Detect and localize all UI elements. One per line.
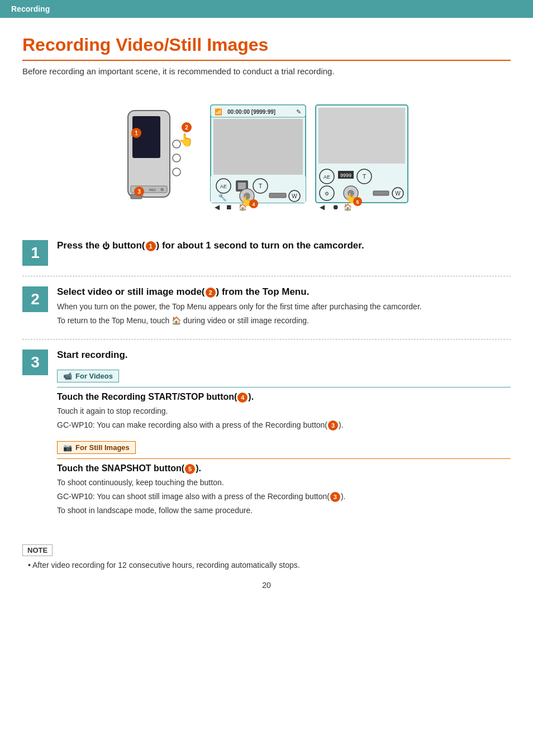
svg-text:🔧: 🔧: [218, 193, 227, 202]
svg-text:⚙: ⚙: [325, 191, 329, 197]
step-1-heading: Press the ⏻ button(1) for about 1 second…: [57, 240, 511, 251]
circle-3b: 3: [330, 492, 340, 502]
step-3-content: Start recording. 📹 For Videos Touch the …: [57, 350, 511, 519]
for-still-label: 📷 For Still Images: [57, 441, 136, 454]
svg-text:◀: ◀: [320, 203, 325, 211]
still-divider: [57, 458, 511, 459]
note-text: • After video recording for 12 consecuti…: [22, 561, 511, 570]
svg-text:◀: ◀: [215, 203, 220, 211]
diagram-camcorder: PLAY REC ⚙ 1 2 3 👆: [122, 94, 203, 211]
still-subheading: Touch the SNAPSHOT button(5).: [57, 463, 511, 474]
step-3-heading: Start recording.: [57, 350, 511, 361]
camera-icon: 📷: [63, 443, 72, 452]
main-content: Recording Video/Still Images Before reco…: [0, 18, 533, 612]
power-icon: ⏻: [102, 242, 110, 250]
svg-text:T: T: [259, 183, 263, 189]
svg-text:✎: ✎: [296, 108, 301, 115]
svg-text:1: 1: [135, 130, 138, 136]
svg-text:9999: 9999: [340, 173, 351, 178]
step-2: 2 Select video or still image mode(2) fr…: [22, 276, 511, 339]
svg-text:W: W: [395, 190, 401, 197]
svg-text:3: 3: [137, 189, 141, 195]
svg-text:🏠: 🏠: [344, 203, 352, 211]
step-2-content: Select video or still image mode(2) from…: [57, 286, 511, 329]
svg-text:⏺: ⏺: [332, 203, 339, 211]
step-2-heading: Select video or still image mode(2) from…: [57, 286, 511, 298]
svg-text:5: 5: [356, 199, 359, 205]
home-icon: 🏠: [172, 316, 181, 325]
svg-point-3: [173, 154, 180, 162]
note-label: NOTE: [22, 544, 53, 556]
svg-rect-38: [269, 193, 286, 198]
svg-text:🏠: 🏠: [239, 203, 247, 211]
svg-text:W: W: [292, 193, 297, 199]
circle-1: 1: [146, 241, 156, 251]
videos-text-1: Touch it again to stop recording.: [57, 405, 511, 417]
circle-2a: 2: [206, 288, 216, 298]
diagram-screen2: AE 9999 T ⚙ 👆 5: [313, 94, 411, 211]
step-1: 1 Press the ⏻ button(1) for about 1 seco…: [22, 230, 511, 276]
for-still-text: For Still Images: [75, 443, 130, 452]
step-3-number: 3: [22, 350, 48, 375]
still-text-1: To shoot continuously, keep touching the…: [57, 477, 511, 489]
step-1-content: Press the ⏻ button(1) for about 1 second…: [57, 240, 511, 255]
videos-text-2: GC-WP10: You can make recording also wit…: [57, 419, 511, 431]
diagrams-area: PLAY REC ⚙ 1 2 3 👆: [22, 89, 511, 216]
svg-rect-45: [318, 108, 405, 164]
svg-text:👆: 👆: [178, 132, 194, 147]
subtitle: Before recording an important scene, it …: [22, 66, 511, 76]
screen2-svg: AE 9999 T ⚙ 👆 5: [313, 94, 411, 211]
step-2-text-1: When you turn on the power, the Top Menu…: [57, 301, 511, 313]
still-text-3: To shoot in landscape mode, follow the s…: [57, 505, 511, 516]
svg-rect-10: [142, 195, 144, 198]
for-videos-text: For Videos: [75, 372, 113, 380]
videos-divider: [57, 387, 511, 387]
svg-rect-29: [238, 183, 246, 189]
page-title: Recording Video/Still Images: [22, 35, 511, 61]
svg-text:📶: 📶: [215, 108, 222, 116]
circle-3a: 3: [328, 420, 338, 430]
svg-point-4: [173, 168, 180, 176]
svg-text:00:00:00 [9999:99]: 00:00:00 [9999:99]: [227, 109, 275, 115]
svg-text:⏹: ⏹: [226, 203, 232, 211]
screen1-svg: 📶 00:00:00 [9999:99] ✎ AE T 🔧: [208, 94, 308, 211]
still-text-2: GC-WP10: You can shoot still image also …: [57, 491, 511, 503]
svg-text:REC: REC: [149, 188, 156, 192]
svg-text:AE: AE: [220, 184, 227, 189]
note-section: NOTE • After video recording for 12 cons…: [22, 539, 511, 570]
step-1-number: 1: [22, 240, 48, 266]
circle-5: 5: [185, 464, 195, 474]
step-2-text-2: To return to the Top Menu, touch 🏠 durin…: [57, 315, 511, 327]
video-camera-icon: 📹: [63, 372, 72, 380]
svg-text:4: 4: [252, 202, 255, 207]
videos-subheading: Touch the Recording START/STOP button(4)…: [57, 392, 511, 403]
page-number: 20: [22, 581, 511, 590]
header-bar: Recording: [0, 0, 533, 18]
circle-4: 4: [237, 393, 248, 403]
for-videos-label: 📹 For Videos: [57, 370, 119, 382]
svg-rect-59: [373, 191, 389, 195]
step-2-number: 2: [22, 286, 48, 312]
svg-text:2: 2: [185, 125, 188, 131]
step-3: 3 Start recording. 📹 For Videos Touch th…: [22, 339, 511, 529]
svg-rect-24: [213, 119, 303, 175]
header-label: Recording: [11, 4, 50, 13]
svg-text:T: T: [363, 173, 367, 180]
svg-text:⚙: ⚙: [160, 188, 164, 192]
diagram-screen1: 📶 00:00:00 [9999:99] ✎ AE T 🔧: [208, 94, 308, 211]
camcorder-svg: PLAY REC ⚙ 1 2 3 👆: [122, 94, 203, 211]
svg-text:AE: AE: [323, 174, 330, 180]
